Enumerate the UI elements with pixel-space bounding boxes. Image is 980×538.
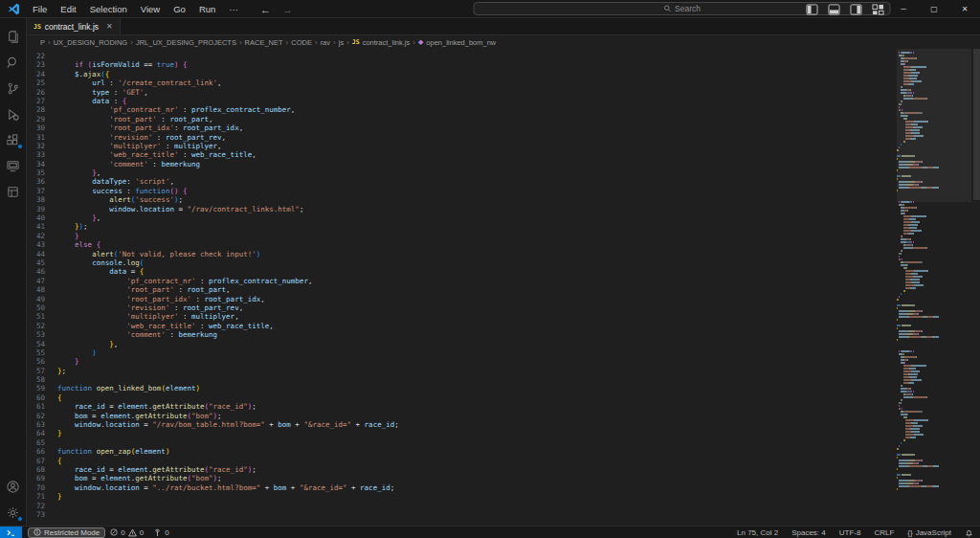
line-number: 24 xyxy=(27,70,57,78)
code-line: 65 xyxy=(27,438,980,447)
menu-overflow[interactable]: ··· xyxy=(223,2,244,16)
line-number: 52 xyxy=(27,322,57,330)
line-number: 41 xyxy=(27,222,57,231)
code-line: 59function open_linked_bom(element) xyxy=(27,384,980,392)
breadcrumb-item[interactable]: rav xyxy=(321,38,330,47)
extensions-icon[interactable] xyxy=(0,127,27,153)
breadcrumb-item[interactable]: CODE xyxy=(291,38,312,47)
line-number: 23 xyxy=(27,60,57,69)
line-number: 55 xyxy=(27,348,57,357)
vscode-logo xyxy=(7,3,21,15)
breadcrumb-item[interactable]: RACE_NET xyxy=(245,38,283,47)
line-number: 28 xyxy=(27,105,57,114)
ports-count: 0 xyxy=(165,528,168,537)
line-number: 53 xyxy=(27,330,57,339)
code-line: 71} xyxy=(27,492,980,501)
code-line: 37 success : function() { xyxy=(27,187,980,195)
code-line: 43 else { xyxy=(27,240,980,249)
account-icon[interactable] xyxy=(0,474,27,500)
code-editor[interactable]: 2223 if (isFormValid == true) {24 $.ajax… xyxy=(27,49,980,526)
line-number: 44 xyxy=(27,250,57,258)
back-arrow-icon[interactable]: ← xyxy=(260,4,271,15)
source-control-icon[interactable] xyxy=(0,76,27,101)
menu-bar: File Edit Selection View Go Run ··· xyxy=(27,2,244,16)
explorer-icon[interactable] xyxy=(0,24,27,50)
close-button[interactable]: ✕ xyxy=(949,0,980,18)
eol-setting[interactable]: CRLF xyxy=(867,528,901,537)
minimap-slider[interactable] xyxy=(897,49,971,202)
code-line: 53 'comment' : bemerkung xyxy=(27,330,980,339)
menu-selection[interactable]: Selection xyxy=(84,2,133,16)
customize-layout-icon[interactable] xyxy=(872,4,884,15)
remote-explorer-icon[interactable] xyxy=(0,153,27,179)
encoding-setting[interactable]: UTF-8 xyxy=(833,528,868,537)
search-view-icon[interactable] xyxy=(0,50,27,76)
extensions-badge xyxy=(17,144,23,149)
search-icon xyxy=(663,5,671,12)
menu-go[interactable]: Go xyxy=(167,2,191,16)
line-number: 30 xyxy=(27,123,57,132)
ports-indicator[interactable]: 0 xyxy=(148,527,173,538)
breadcrumb-item[interactable]: js xyxy=(339,38,344,47)
code-line: 73 xyxy=(27,510,980,519)
encoding-label: UTF-8 xyxy=(839,528,861,537)
restricted-mode-badge[interactable]: Restricted Mode xyxy=(28,527,105,538)
language-mode[interactable]: {} JavaScript xyxy=(901,528,958,537)
status-bar: Restricted Mode 0 0 0 Ln 75, Col 2 Space… xyxy=(0,526,980,538)
line-number: 59 xyxy=(27,384,57,392)
maximize-button[interactable]: ▢ xyxy=(919,0,949,18)
line-number: 29 xyxy=(27,115,57,123)
line-number: 57 xyxy=(27,367,57,375)
breadcrumb-item[interactable]: UX_DESIGN_RODING xyxy=(54,38,128,47)
run-debug-icon[interactable] xyxy=(0,101,27,127)
code-line: 38 alert('success'); xyxy=(27,195,980,204)
menu-view[interactable]: View xyxy=(135,2,166,16)
settings-badge xyxy=(17,516,23,522)
shield-icon xyxy=(33,528,41,536)
warning-icon xyxy=(128,528,137,537)
braces-icon: {} xyxy=(907,528,912,537)
settings-gear-icon[interactable] xyxy=(0,500,27,526)
tab-bar: JS contract_link.js ✕ xyxy=(27,18,980,35)
indentation-setting[interactable]: Spaces: 4 xyxy=(785,528,833,537)
menu-file[interactable]: File xyxy=(27,2,53,16)
tab-close-icon[interactable]: ✕ xyxy=(106,22,113,31)
breadcrumb-item-file[interactable]: contract_link.js xyxy=(363,38,411,47)
code-line: 64} xyxy=(27,429,980,437)
cursor-position[interactable]: Ln 75, Col 2 xyxy=(730,528,785,537)
breadcrumb-item[interactable]: P xyxy=(40,38,45,47)
line-number: 72 xyxy=(27,502,57,510)
code-line: 39 window.location = "/rav/contract_link… xyxy=(27,205,980,213)
line-number: 47 xyxy=(27,277,57,285)
breadcrumb-item-symbol[interactable]: open_linked_bom_nw xyxy=(426,38,496,47)
code-line: 45 console.log( xyxy=(27,258,980,267)
code-line: 67{ xyxy=(27,457,980,465)
code-line: 27 data : { xyxy=(27,97,980,105)
breadcrumb-item[interactable]: JRL_UX_DESING_PROJECTS xyxy=(136,38,236,47)
code-line: 70 window.location = "../rat/bucket.html… xyxy=(27,483,980,492)
problems-indicator[interactable]: 0 0 xyxy=(105,527,148,538)
toggle-secondary-sidebar-icon[interactable] xyxy=(850,4,862,15)
minimize-button[interactable]: ─ xyxy=(888,0,919,18)
notifications-bell[interactable] xyxy=(958,528,980,537)
line-number: 38 xyxy=(27,195,57,204)
code-line: 26 type : 'GET', xyxy=(27,88,980,97)
line-number: 68 xyxy=(27,465,57,474)
line-number: 35 xyxy=(27,168,57,177)
forward-arrow-icon[interactable]: → xyxy=(282,4,293,15)
code-line: 47 'pf_contract_nr' : proflex_contract_n… xyxy=(27,277,980,285)
line-number: 69 xyxy=(27,474,57,482)
toggle-panel-icon[interactable] xyxy=(828,4,840,15)
container-view-icon[interactable] xyxy=(0,179,27,205)
menu-edit[interactable]: Edit xyxy=(55,2,81,16)
menu-run[interactable]: Run xyxy=(193,2,221,16)
line-number: 45 xyxy=(27,258,57,267)
line-number: 67 xyxy=(27,457,57,465)
vertical-scrollbar[interactable] xyxy=(973,49,980,200)
code-line: 68 race_id = element.getAttribute("race_… xyxy=(27,465,980,474)
tab-contract-link-js[interactable]: JS contract_link.js ✕ xyxy=(27,18,121,34)
code-line: 22 xyxy=(27,52,980,60)
remote-indicator[interactable] xyxy=(0,527,22,538)
code-line: 66function open_zap(element) xyxy=(27,447,980,456)
toggle-sidebar-icon[interactable] xyxy=(806,4,818,15)
